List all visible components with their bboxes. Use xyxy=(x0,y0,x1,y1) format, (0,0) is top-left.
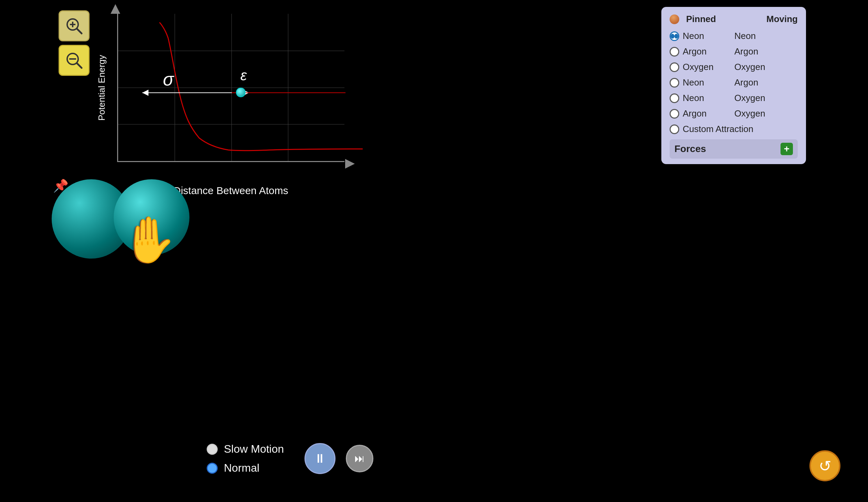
forces-row[interactable]: Forces + xyxy=(670,139,798,159)
atom-left-argon-argon: Argon xyxy=(683,46,724,57)
slow-motion-label: Slow Motion xyxy=(224,443,284,455)
lj-curve xyxy=(139,21,366,169)
x-axis-arrow xyxy=(345,159,355,169)
atom-right-neon-neon: Neon xyxy=(734,31,756,41)
radio-argon-argon[interactable] xyxy=(670,47,679,57)
pause-button[interactable]: ⏸ xyxy=(304,443,335,474)
forces-label: Forces xyxy=(674,143,706,154)
pinned-icon xyxy=(670,14,679,24)
bottom-controls: Slow Motion Normal ⏸ ⏭ xyxy=(207,443,373,474)
zoom-controls xyxy=(59,10,90,76)
atom-option-oxygen-oxygen[interactable]: Oxygen Oxygen xyxy=(670,62,798,72)
radio-neon-argon[interactable] xyxy=(670,78,679,88)
atom-option-neon-neon[interactable]: Neon Neon xyxy=(670,31,798,41)
atom-right-oxygen-oxygen: Oxygen xyxy=(734,62,765,72)
right-panel: Pinned Moving Neon Neon Argon Argon Oxyg… xyxy=(661,7,806,164)
step-button[interactable]: ⏭ xyxy=(346,445,373,472)
radio-neon-oxygen[interactable] xyxy=(670,93,679,103)
normal-option[interactable]: Normal xyxy=(207,462,284,474)
equilibrium-line xyxy=(232,92,345,93)
playback-buttons: ⏸ ⏭ xyxy=(304,443,373,474)
grid-v-3 xyxy=(288,14,288,161)
graph-container: Potential Energy σ ε Distance Between At… xyxy=(96,7,358,176)
pin-icon: 📌 xyxy=(53,179,69,193)
svg-line-5 xyxy=(77,63,82,68)
atom-option-neon-argon[interactable]: Neon Argon xyxy=(670,77,798,88)
zoom-out-button[interactable] xyxy=(59,45,90,76)
speed-options: Slow Motion Normal xyxy=(207,443,284,474)
atom-right-argon-oxygen: Oxygen xyxy=(734,108,765,119)
grid-v-2 xyxy=(231,14,232,161)
normal-radio[interactable] xyxy=(207,463,218,474)
refresh-button[interactable]: ↺ xyxy=(809,450,840,481)
atom-right-neon-oxygen: Oxygen xyxy=(734,93,765,103)
atom-left-neon-argon: Neon xyxy=(683,77,724,88)
slow-motion-option[interactable]: Slow Motion xyxy=(207,443,284,455)
graph-atom-dot xyxy=(236,88,246,97)
atom-left-neon-oxygen: Neon xyxy=(683,93,724,103)
grid-v-1 xyxy=(175,14,175,161)
axis-label-y: Potential Energy xyxy=(96,14,107,162)
graph-area: σ ε xyxy=(117,14,344,162)
slow-motion-radio[interactable] xyxy=(207,444,218,455)
svg-line-1 xyxy=(77,29,82,33)
atom-left-neon-neon: Neon xyxy=(683,31,724,41)
atom-left-argon-oxygen: Argon xyxy=(683,108,724,119)
moving-label: Moving xyxy=(766,14,798,24)
radio-neon-neon[interactable] xyxy=(670,31,679,41)
simulation-area: 📌 🤚 xyxy=(0,169,234,293)
radio-custom[interactable] xyxy=(670,124,679,134)
zoom-in-button[interactable] xyxy=(59,10,90,41)
hand-cursor-icon: 🤚 xyxy=(121,214,176,266)
forces-plus-button[interactable]: + xyxy=(781,143,793,155)
atom-option-neon-oxygen[interactable]: Neon Oxygen xyxy=(670,93,798,103)
atom-option-custom[interactable]: Custom Attraction xyxy=(670,124,798,134)
pinned-label: Pinned xyxy=(686,14,716,24)
y-axis-arrow xyxy=(111,4,120,14)
atom-left-oxygen-oxygen: Oxygen xyxy=(683,62,724,72)
normal-label: Normal xyxy=(224,462,259,474)
atom-option-argon-argon[interactable]: Argon Argon xyxy=(670,46,798,57)
atom-right-neon-argon: Argon xyxy=(734,77,758,88)
epsilon-label: ε xyxy=(240,67,247,84)
radio-oxygen-oxygen[interactable] xyxy=(670,62,679,72)
atom-left-custom: Custom Attraction xyxy=(683,124,753,134)
radio-argon-oxygen[interactable] xyxy=(670,109,679,119)
panel-header: Pinned Moving xyxy=(670,14,798,24)
atom-right-argon-argon: Argon xyxy=(734,46,758,57)
atom-option-argon-oxygen[interactable]: Argon Oxygen xyxy=(670,108,798,119)
sigma-label: σ xyxy=(163,69,174,90)
